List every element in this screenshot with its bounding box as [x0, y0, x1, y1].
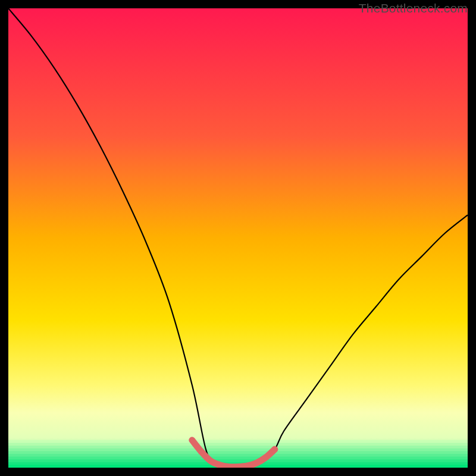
- bottleneck-curve: [8, 8, 468, 468]
- plot-area: [8, 8, 468, 468]
- chart-frame: TheBottleneck.com: [0, 0, 476, 476]
- watermark-label: TheBottleneck.com: [359, 0, 468, 15]
